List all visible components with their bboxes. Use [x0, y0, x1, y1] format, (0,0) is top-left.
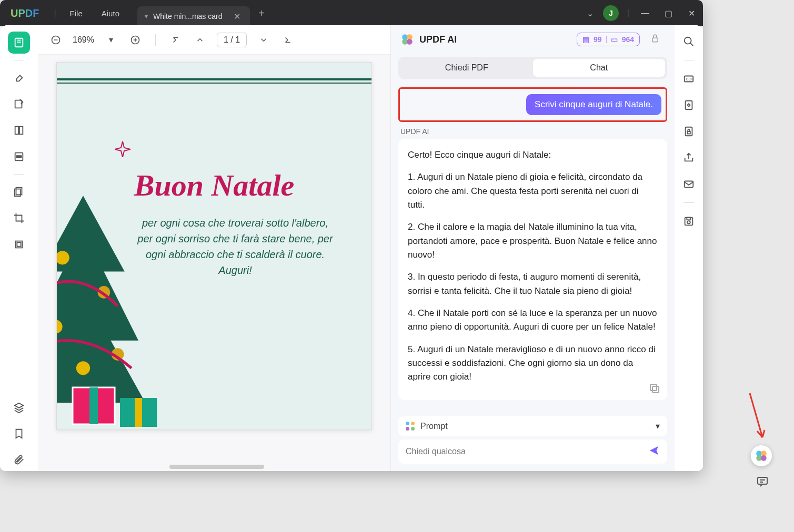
user-avatar[interactable]: J	[603, 5, 619, 21]
response-item: 4. Che il Natale porti con sé la luce e …	[408, 306, 658, 334]
card-body: per ogni cosa che troverai sotto l'alber…	[120, 215, 350, 278]
svg-rect-3	[19, 127, 23, 135]
gifts-illustration	[67, 356, 173, 429]
reader-tool[interactable]	[8, 32, 30, 54]
svg-rect-38	[687, 218, 690, 220]
redact-tool[interactable]	[8, 146, 30, 168]
star-decoration	[115, 141, 130, 157]
svg-rect-34	[687, 131, 690, 134]
credits-badge[interactable]: ▤99 ▭964	[577, 33, 640, 46]
divider	[155, 34, 156, 46]
user-message-bubble: Scrivi cinque auguri di Natale.	[526, 94, 661, 115]
comment-float-button[interactable]	[756, 475, 769, 490]
close-icon[interactable]: ✕	[232, 12, 243, 22]
divider	[684, 202, 694, 203]
svg-rect-35	[685, 181, 694, 188]
ai-float-button[interactable]	[751, 445, 772, 466]
svg-rect-19	[89, 387, 98, 424]
prompt-icon	[406, 422, 415, 431]
pages-tool[interactable]	[8, 181, 30, 203]
protect-button[interactable]	[681, 124, 697, 139]
organize-tool[interactable]	[8, 119, 30, 141]
response-item: 1. Auguri di un Natale pieno di gioia e …	[408, 170, 658, 212]
next-page-button[interactable]	[256, 33, 271, 47]
prev-page-button[interactable]	[193, 33, 207, 47]
layers-button[interactable]	[8, 396, 30, 418]
view-toolbar: 169% ▾ 1 / 1	[38, 25, 390, 55]
response-item: 3. In questo periodo di festa, ti auguro…	[408, 270, 658, 298]
page-indicator[interactable]: 1 / 1	[217, 33, 247, 47]
svg-rect-21	[135, 398, 142, 427]
annotation-arrow	[746, 391, 767, 444]
updf-ai-logo-icon	[400, 33, 414, 46]
document-tab[interactable]: ▾ White min...mas card ✕	[137, 6, 250, 26]
crop-tool[interactable]	[8, 207, 30, 229]
svg-point-42	[761, 455, 767, 461]
separator: |	[623, 8, 634, 18]
prompt-selector[interactable]: Prompt ▾	[398, 416, 667, 436]
chat-body: Scrivi cinque auguri di Natale. UPDF AI …	[391, 84, 675, 411]
convert-button[interactable]	[681, 97, 697, 113]
first-page-button[interactable]	[168, 33, 183, 47]
attachment-button[interactable]	[8, 449, 30, 471]
titlebar: UPDF | File Aiuto ▾ White min...mas card…	[0, 0, 703, 26]
tab-ask-pdf[interactable]: Chiedi PDF	[400, 59, 533, 77]
svg-rect-32	[686, 101, 692, 110]
svg-rect-1	[15, 100, 22, 108]
svg-rect-5	[16, 156, 21, 158]
response-item: 2. Che il calore e la magia del Natale i…	[408, 220, 658, 262]
document-viewport[interactable]: Buon Natale per ogni cosa che troverai s…	[38, 55, 390, 471]
current-page: 1	[224, 35, 228, 44]
search-button[interactable]	[681, 34, 697, 49]
send-button[interactable]	[648, 445, 660, 458]
zoom-level[interactable]: 169%	[73, 35, 94, 45]
copy-button[interactable]	[648, 382, 661, 395]
ai-response-bubble: Certo! Ecco cinque auguri di Natale: 1. …	[398, 139, 667, 400]
svg-rect-43	[758, 477, 767, 484]
ocr-button[interactable]: OCR	[681, 71, 697, 87]
svg-point-29	[685, 37, 691, 44]
last-page-button[interactable]	[280, 33, 295, 47]
share-button[interactable]	[681, 150, 697, 166]
edit-tool[interactable]	[8, 93, 30, 115]
save-button[interactable]	[681, 213, 697, 229]
chevron-down-icon[interactable]: ⌄	[581, 8, 599, 18]
highlight-tool[interactable]	[8, 67, 30, 89]
chevron-down-icon[interactable]: ▾	[104, 33, 118, 47]
separator: |	[49, 8, 60, 18]
compress-tool[interactable]	[8, 233, 30, 255]
response-item: 5. Auguri di un Natale meraviglioso e di…	[408, 343, 658, 384]
add-tab-button[interactable]: +	[250, 7, 273, 19]
ai-tabs: Chiedi PDF Chat	[398, 57, 667, 79]
lock-icon[interactable]	[645, 34, 665, 45]
right-toolbar: OCR	[675, 25, 703, 471]
svg-rect-2	[15, 127, 18, 135]
chat-input[interactable]	[406, 447, 648, 456]
highlighted-user-message: Scrivi cinque auguri di Natale.	[398, 87, 667, 122]
horizontal-scrollbar[interactable]	[169, 465, 264, 469]
chevron-down-icon: ▾	[656, 421, 660, 431]
minimize-button[interactable]: —	[634, 8, 657, 18]
ai-panel: UPDF AI ▤99 ▭964 Chiedi PDF Chat Scrivi …	[390, 25, 675, 471]
ai-sender-label: UPDF AI	[400, 127, 665, 136]
tab-chat[interactable]: Chat	[533, 59, 666, 77]
chevron-down-icon: ▾	[145, 13, 148, 20]
ai-panel-title: UPDF AI	[419, 34, 571, 45]
close-button[interactable]: ✕	[680, 8, 703, 18]
prompt-label: Prompt	[420, 422, 448, 431]
left-toolbar	[0, 25, 38, 471]
app-logo: UPDF	[0, 7, 49, 19]
chat-credit-icon: ▭	[611, 35, 618, 44]
chat-input-row	[398, 439, 667, 464]
zoom-in-button[interactable]	[128, 33, 143, 47]
maximize-button[interactable]: ▢	[657, 8, 680, 18]
total-pages: 1	[235, 35, 240, 44]
email-button[interactable]	[681, 176, 697, 192]
card-title: Buon Natale	[57, 168, 371, 203]
svg-point-37	[687, 221, 690, 224]
bookmark-button[interactable]	[8, 423, 30, 445]
menu-file[interactable]: File	[61, 9, 92, 18]
menu-help[interactable]: Aiuto	[92, 9, 129, 18]
zoom-out-button[interactable]	[48, 33, 63, 47]
page-separator: /	[230, 35, 233, 44]
